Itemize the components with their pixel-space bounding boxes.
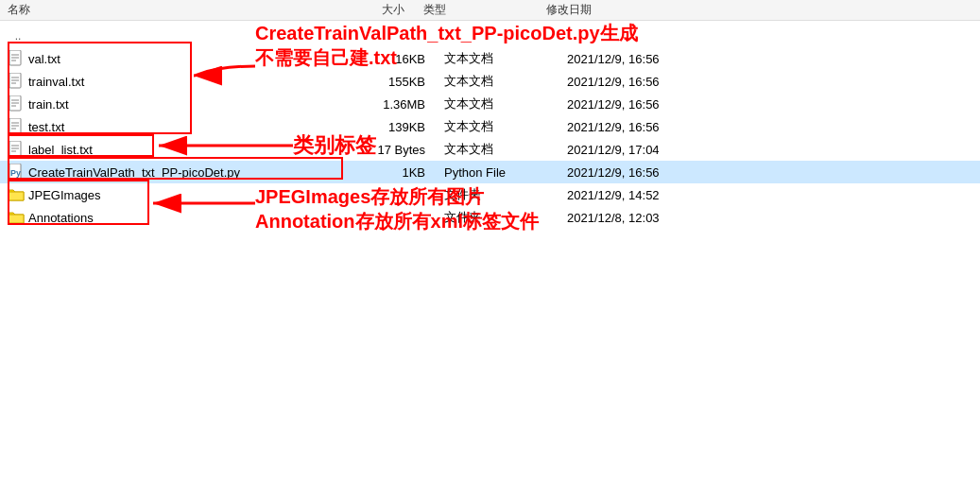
file-size: 155KB (350, 75, 444, 89)
file-size: 1.36MB (350, 97, 444, 112)
file-row[interactable]: train.txt1.36MB文本文档2021/12/9, 16:56 (0, 93, 980, 115)
column-headers: 名称 大小 类型 修改日期 (0, 0, 980, 21)
file-name: Annotations (28, 211, 350, 225)
py-icon: Py (8, 164, 25, 181)
file-type: 文件夹 (444, 209, 567, 226)
file-row[interactable]: trainval.txt155KB文本文档2021/12/9, 16:56 (0, 70, 980, 93)
file-date: 2021/12/9, 14:52 (567, 188, 972, 202)
file-explorer: 名称 大小 类型 修改日期 .. val.txt16KB文本文档2021/12/… (0, 0, 980, 501)
file-row[interactable]: .. (0, 25, 980, 47)
file-name: JPEGImages (28, 188, 350, 202)
folder-icon: .. (8, 27, 28, 44)
file-name: label_list.txt (28, 143, 350, 157)
file-type: 文本文档 (444, 118, 567, 135)
txt-icon (8, 73, 25, 90)
file-date: 2021/12/9, 17:04 (567, 143, 972, 157)
file-date: 2021/12/9, 16:56 (567, 75, 972, 89)
file-type: 文本文档 (444, 73, 567, 90)
file-row[interactable]: test.txt139KB文本文档2021/12/9, 16:56 (0, 115, 980, 138)
file-type: 文本文档 (444, 141, 567, 158)
file-size: 1KB (350, 165, 444, 180)
file-name: trainval.txt (28, 75, 350, 89)
txt-icon (8, 95, 25, 112)
file-date: 2021/12/9, 16:56 (567, 165, 972, 180)
col-header-size: 大小 (329, 2, 423, 18)
folder-icon (8, 209, 25, 226)
file-date: 2021/12/8, 12:03 (567, 211, 972, 225)
folder-icon (8, 186, 25, 203)
file-row[interactable]: Annotations文件夹2021/12/8, 12:03 (0, 206, 980, 229)
file-name: CreateTrainValPath_txt_PP-picoDet.py (28, 165, 350, 180)
col-header-date: 修改日期 (546, 2, 972, 18)
file-size: 16KB (350, 52, 444, 66)
file-name: val.txt (28, 52, 350, 66)
file-date: 2021/12/9, 16:56 (567, 120, 972, 134)
file-name: test.txt (28, 120, 350, 134)
file-row[interactable]: Py CreateTrainValPath_txt_PP-picoDet.py1… (0, 161, 980, 183)
svg-text:Py: Py (10, 168, 21, 178)
col-header-name: 名称 (8, 2, 329, 18)
txt-icon (8, 118, 25, 135)
txt-icon (8, 141, 25, 158)
file-name: train.txt (28, 97, 350, 112)
file-type: Python File (444, 165, 567, 180)
file-size: 17 Bytes (350, 143, 444, 157)
txt-icon (8, 50, 25, 67)
file-row[interactable]: val.txt16KB文本文档2021/12/9, 16:56 (0, 47, 980, 70)
file-list: .. val.txt16KB文本文档2021/12/9, 16:56 train… (0, 21, 980, 233)
file-type: 文本文档 (444, 95, 567, 112)
col-header-type: 类型 (423, 2, 546, 18)
file-row[interactable]: label_list.txt17 Bytes文本文档2021/12/9, 17:… (0, 138, 980, 161)
file-row[interactable]: JPEGImages文件夹2021/12/9, 14:52 (0, 183, 980, 206)
file-date: 2021/12/9, 16:56 (567, 97, 972, 112)
file-size: 139KB (350, 120, 444, 134)
file-type: 文本文档 (444, 50, 567, 67)
file-type: 文件夹 (444, 186, 567, 203)
file-date: 2021/12/9, 16:56 (567, 52, 972, 66)
